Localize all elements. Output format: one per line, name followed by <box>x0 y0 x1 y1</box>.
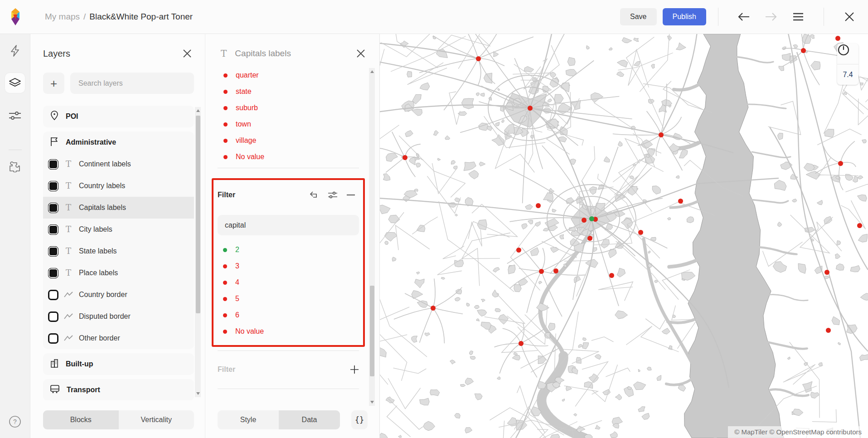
value-row-6[interactable]: 6 <box>223 307 354 323</box>
add-layer-button[interactable]: + <box>43 73 64 94</box>
value-row-no-value[interactable]: No value <box>223 323 354 340</box>
map-marker-green[interactable] <box>589 216 594 221</box>
group-header-transport[interactable]: Transport <box>43 379 194 400</box>
layer-panel-close-icon[interactable] <box>356 49 366 58</box>
value-row-5[interactable]: 5 <box>223 291 354 307</box>
tab-data[interactable]: Data <box>279 410 340 429</box>
save-button[interactable]: Save <box>620 8 656 25</box>
scroll-up-icon[interactable] <box>370 70 374 73</box>
layers-scrollbar[interactable] <box>195 107 201 397</box>
layer-visibility-swatch[interactable] <box>48 181 58 191</box>
layer-row-disputed-border[interactable]: Disputed border <box>43 306 194 327</box>
plugins-puzzle-icon[interactable] <box>5 157 25 177</box>
value-row-quarter[interactable]: quarter <box>223 67 350 83</box>
map-marker-red[interactable] <box>516 248 521 253</box>
map-marker-red[interactable] <box>609 273 614 278</box>
map-marker-red[interactable] <box>678 199 683 204</box>
group-header-built-up[interactable]: Built-up <box>43 353 194 375</box>
value-label: 5 <box>235 295 239 303</box>
value-label: town <box>236 120 251 128</box>
map-marker-red[interactable] <box>801 48 806 53</box>
map-marker-red[interactable] <box>539 269 544 274</box>
layer-row-capitals-labels[interactable]: TCapitals labels <box>43 197 194 219</box>
scrollbar-thumb[interactable] <box>370 286 374 376</box>
layer-values-list: quarterstatesuburbtownvillageNo value <box>223 67 350 165</box>
breadcrumb-my-maps[interactable]: My maps <box>45 12 80 22</box>
layer-visibility-swatch[interactable] <box>48 159 58 170</box>
map-marker-red[interactable] <box>553 268 558 273</box>
value-row-town[interactable]: town <box>223 116 350 132</box>
header-divider <box>824 8 824 26</box>
map-marker-red[interactable] <box>835 36 840 41</box>
maptiler-logo[interactable] <box>0 7 30 26</box>
map-marker-red[interactable] <box>838 161 843 166</box>
scrollbar-thumb[interactable] <box>196 116 200 313</box>
text-layer-icon: T <box>63 225 73 234</box>
tab-style[interactable]: Style <box>218 410 279 429</box>
map-marker-red[interactable] <box>638 230 643 235</box>
map-marker-red[interactable] <box>587 236 592 241</box>
filter-field-input[interactable] <box>218 215 359 235</box>
add-filter-icon[interactable] <box>350 365 359 374</box>
undo-arrow-icon[interactable] <box>738 11 750 23</box>
close-editor-icon[interactable] <box>844 11 855 23</box>
layers-panel-close-icon[interactable] <box>182 49 192 58</box>
layer-label: Continent labels <box>79 160 131 168</box>
layer-row-country-labels[interactable]: TCountry labels <box>43 175 194 197</box>
map-marker-red[interactable] <box>826 328 831 333</box>
value-row-4[interactable]: 4 <box>223 274 354 291</box>
group-header-poi[interactable]: POI <box>43 106 194 127</box>
layer-panel-scrollbar[interactable] <box>369 68 375 406</box>
time-clock-icon[interactable] <box>837 44 858 64</box>
scroll-up-icon[interactable] <box>196 109 200 112</box>
layer-visibility-swatch[interactable] <box>48 268 58 278</box>
layer-row-other-border[interactable]: Other border <box>43 327 194 349</box>
map-marker-red[interactable] <box>582 218 587 223</box>
map-marker-red[interactable] <box>659 132 664 137</box>
map-marker-red[interactable] <box>402 155 407 160</box>
filter-revert-icon[interactable] <box>310 191 319 199</box>
layer-row-city-labels[interactable]: TCity labels <box>43 219 194 240</box>
layers-tool-icon[interactable] <box>5 73 25 93</box>
map-marker-red[interactable] <box>824 270 829 275</box>
help-icon[interactable]: ? <box>5 412 25 432</box>
map-marker-red[interactable] <box>528 106 533 111</box>
value-row-2[interactable]: 2 <box>223 242 354 258</box>
value-row-state[interactable]: state <box>223 83 350 100</box>
layer-visibility-swatch[interactable] <box>48 224 58 235</box>
layer-visibility-swatch[interactable] <box>48 246 58 257</box>
value-row-3[interactable]: 3 <box>223 258 354 274</box>
filter-options-icon[interactable] <box>328 191 338 199</box>
value-row-suburb[interactable]: suburb <box>223 100 350 116</box>
quick-actions-icon[interactable] <box>5 41 25 61</box>
layer-visibility-swatch[interactable] <box>48 311 58 322</box>
filter-remove-icon[interactable] <box>347 194 355 196</box>
map-marker-red[interactable] <box>431 306 436 311</box>
search-layers-input[interactable] <box>70 73 194 94</box>
scroll-down-icon[interactable] <box>370 401 374 404</box>
layer-visibility-swatch[interactable] <box>48 333 58 344</box>
tab-verticality[interactable]: Verticality <box>119 410 194 429</box>
layer-row-continent-labels[interactable]: TContinent labels <box>43 153 194 175</box>
layer-row-country-border[interactable]: Country border <box>43 284 194 306</box>
layer-visibility-swatch[interactable] <box>48 203 58 213</box>
layer-row-state-labels[interactable]: TState labels <box>43 240 194 262</box>
group-header-administrative[interactable]: Administrative <box>43 131 194 153</box>
map-marker-red[interactable] <box>536 203 541 208</box>
bus-icon <box>49 384 60 396</box>
map-canvas[interactable]: 7.4 © MapTiler © OpenStreetMap contribut… <box>380 34 868 438</box>
value-row-village[interactable]: village <box>223 132 350 149</box>
tab-blocks[interactable]: Blocks <box>43 410 119 429</box>
scroll-down-icon[interactable] <box>196 392 200 395</box>
menu-icon[interactable] <box>792 11 804 23</box>
map-marker-red[interactable] <box>519 341 524 346</box>
publish-button[interactable]: Publish <box>663 8 706 25</box>
map-attribution[interactable]: © MapTiler © OpenStreetMap contributors <box>728 426 868 438</box>
json-code-button[interactable]: {} <box>351 410 368 429</box>
value-row-no-value[interactable]: No value <box>223 149 350 165</box>
settings-sliders-icon[interactable] <box>5 106 25 126</box>
map-marker-red[interactable] <box>857 223 862 228</box>
map-marker-red[interactable] <box>476 56 481 61</box>
layer-row-place-labels[interactable]: TPlace labels <box>43 262 194 284</box>
layer-visibility-swatch[interactable] <box>48 290 58 300</box>
